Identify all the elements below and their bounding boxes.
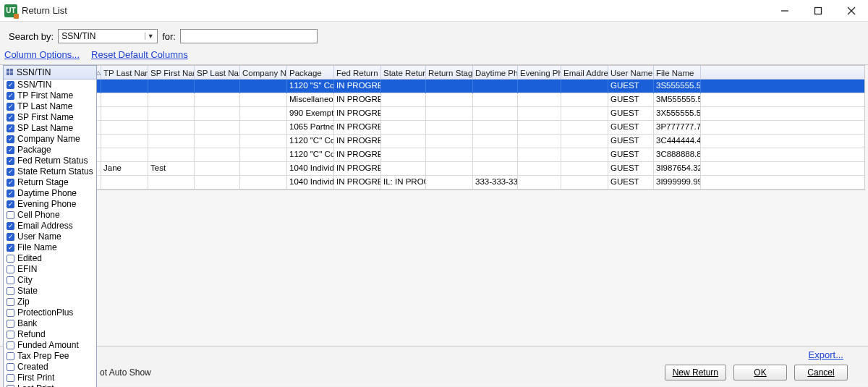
column-toggle-email-address[interactable]: Email Address: [4, 221, 96, 231]
grid-body: 1120 "S" CorIN PROGRESGUEST3S555555.5Mis…: [4, 80, 864, 190]
cell: IN PROGRES: [334, 93, 381, 107]
column-header-11[interactable]: Evening Pho: [518, 66, 561, 80]
column-toggle-fed-return-status[interactable]: Fed Return Status: [4, 156, 96, 166]
column-toggle-label: Zip: [17, 297, 30, 307]
column-toggle-evening-phone[interactable]: Evening Phone: [4, 199, 96, 210]
column-toggle-tp-first-name[interactable]: TP First Name: [4, 90, 96, 101]
table-row[interactable]: 1120 "C" CorIN PROGRESGUEST3C888888.8: [4, 148, 864, 162]
column-toggle-zip[interactable]: Zip: [4, 297, 96, 307]
table-row[interactable]: 990 ExemptIN PROGRESGUEST3X555555.5: [4, 107, 864, 121]
column-header-10[interactable]: Daytime Pho: [473, 66, 518, 80]
column-header-3[interactable]: SP First Nam: [148, 66, 195, 80]
column-toggle-bank[interactable]: Bank: [4, 318, 96, 329]
cell: 3C444444.4: [654, 135, 701, 148]
app-icon: UT: [4, 4, 17, 17]
cell: [381, 135, 426, 148]
checkbox-icon: [7, 222, 14, 230]
checkbox-icon: [7, 265, 14, 273]
column-toggle-company-name[interactable]: Company Name: [4, 134, 96, 145]
cell: [381, 148, 426, 162]
search-by-label: Search by:: [9, 31, 54, 42]
column-toggle-edited[interactable]: Edited: [4, 253, 96, 264]
search-for-label: for:: [162, 31, 176, 42]
export-link[interactable]: Export...: [809, 349, 843, 360]
column-toggle-last-print[interactable]: Last Print: [4, 383, 96, 387]
column-toggle-first-print[interactable]: First Print: [4, 373, 96, 383]
column-toggle-label: EFIN: [17, 264, 37, 275]
checkbox-icon: [7, 374, 14, 382]
column-header-6[interactable]: Package: [287, 66, 334, 80]
cell: GUEST: [608, 162, 654, 176]
column-toggle-protectionplus[interactable]: ProtectionPlus: [4, 307, 96, 318]
minimize-button[interactable]: [768, 0, 801, 22]
column-link-row: Column Options... Reset Default Columns: [0, 48, 868, 64]
table-row[interactable]: 1120 "C" CorIN PROGRESGUEST3C444444.4: [4, 135, 864, 148]
column-toggle-label: Bank: [17, 318, 37, 329]
table-row[interactable]: Testerson1040 IndividIN PROGRESIL: IN PR…: [4, 176, 864, 190]
column-options-link[interactable]: Column Options...: [4, 49, 80, 60]
ok-button[interactable]: OK: [733, 365, 787, 380]
column-header-4[interactable]: SP Last Nam: [195, 66, 240, 80]
column-toggle-return-stage[interactable]: Return Stage: [4, 177, 96, 188]
cell: Miscellaneou: [287, 93, 334, 107]
column-toggle-label: State: [17, 286, 38, 297]
cell: [518, 80, 561, 93]
cell: IN PROGRES: [334, 148, 381, 162]
column-toggle-file-name[interactable]: File Name: [4, 242, 96, 253]
cell: [101, 135, 148, 148]
cell: 333-333-333: [473, 176, 518, 190]
column-header-5[interactable]: Company Na: [240, 66, 287, 80]
cell: IN PROGRES: [334, 107, 381, 121]
column-toggle-city[interactable]: City: [4, 275, 96, 286]
column-toggle-package[interactable]: Package: [4, 145, 96, 156]
column-toggle-ssn-tin[interactable]: SSN/TIN: [4, 80, 96, 90]
column-header-7[interactable]: Fed Return S: [334, 66, 381, 80]
new-return-button[interactable]: New Return: [665, 365, 726, 380]
column-header-13[interactable]: User Name: [608, 66, 654, 80]
column-toggle-tp-last-name[interactable]: TP Last Name: [4, 101, 96, 112]
cell: 1065 Partne: [287, 121, 334, 135]
search-field-combo[interactable]: SSN/TIN ▼: [58, 29, 158, 43]
column-chooser-header[interactable]: SSN/TIN: [4, 66, 96, 80]
column-toggle-sp-last-name[interactable]: SP Last Name: [4, 123, 96, 134]
reset-columns-link[interactable]: Reset Default Columns: [91, 49, 188, 60]
checkbox-icon: [7, 92, 14, 100]
cell: GUEST: [608, 135, 654, 148]
column-toggle-refund[interactable]: Refund: [4, 329, 96, 340]
column-header-8[interactable]: State Return: [381, 66, 426, 80]
column-header-2[interactable]: TP Last Nam: [101, 66, 148, 80]
column-header-14[interactable]: File Name: [654, 66, 701, 80]
table-row[interactable]: 1120 "S" CorIN PROGRESGUEST3S555555.5: [4, 80, 864, 93]
column-toggle-efin[interactable]: EFIN: [4, 264, 96, 275]
close-button[interactable]: [835, 0, 868, 22]
column-toggle-created[interactable]: Created: [4, 362, 96, 373]
cell: [426, 176, 473, 190]
column-toggle-label: City: [17, 275, 33, 286]
checkbox-icon: [7, 190, 14, 197]
column-toggle-daytime-phone[interactable]: Daytime Phone: [4, 188, 96, 199]
cell: [148, 148, 195, 162]
search-for-input[interactable]: [180, 29, 318, 43]
column-toggle-label: Refund: [17, 329, 46, 340]
return-grid: SSN/TINTP First N△TP Last NamSP First Na…: [3, 65, 865, 190]
column-toggle-funded-amount[interactable]: Funded Amount: [4, 340, 96, 351]
cell: [561, 176, 608, 190]
column-toggle-cell-phone[interactable]: Cell Phone: [4, 210, 96, 221]
cell: [518, 107, 561, 121]
column-toggle-user-name[interactable]: User Name: [4, 231, 96, 242]
table-row[interactable]: MiscellaneouIN PROGRESGUEST3M555555.5: [4, 93, 864, 107]
cancel-button[interactable]: Cancel: [794, 365, 848, 380]
checkbox-icon: [7, 168, 14, 176]
column-header-9[interactable]: Return Stag: [426, 66, 473, 80]
table-row[interactable]: TestJaneTest1040 IndividIN PROGRESGUEST3…: [4, 162, 864, 176]
column-toggle-state[interactable]: State: [4, 286, 96, 297]
column-toggle-sp-first-name[interactable]: SP First Name: [4, 112, 96, 123]
column-toggle-label: Daytime Phone: [17, 188, 77, 199]
cell: [473, 80, 518, 93]
maximize-button[interactable]: [801, 0, 835, 22]
column-toggle-tax-prep-fee[interactable]: Tax Prep Fee: [4, 351, 96, 362]
column-header-12[interactable]: Email Addres: [561, 66, 608, 80]
cell: [148, 80, 195, 93]
table-row[interactable]: 1065 PartneIN PROGRESGUEST3P777777.7: [4, 121, 864, 135]
column-toggle-state-return-status[interactable]: State Return Status: [4, 166, 96, 177]
